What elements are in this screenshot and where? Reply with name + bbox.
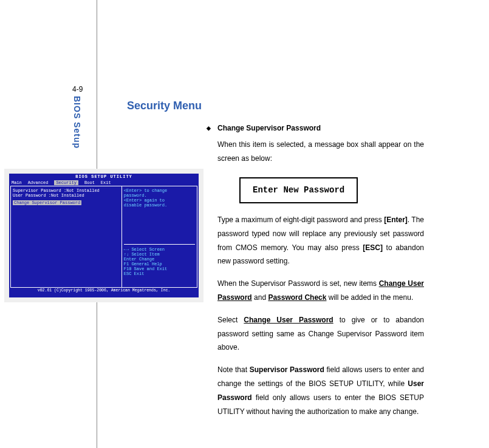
- bios-row-supervisor: Supervisor Password :Not Installed: [13, 188, 120, 193]
- sidebar-section-label: BIOS Setup: [72, 96, 82, 149]
- sub-heading-text: Change Supervisor Password: [217, 124, 321, 132]
- bios-help-line: <Enter> to change: [124, 188, 195, 193]
- bios-menu-security: Security: [54, 180, 78, 185]
- text-fragment: Select: [217, 316, 244, 324]
- bios-screenshot: BIOS SETUP UTILITY Main Advanced Securit…: [4, 169, 203, 302]
- bios-key-hint: ↑↓ Select Item: [124, 252, 195, 257]
- bios-row-user: User Password :Not Installed: [13, 193, 120, 198]
- bios-help-line: password.: [124, 193, 195, 198]
- bios-right-pane: <Enter> to change password. <Enter> agai…: [122, 186, 197, 287]
- key-esc: [ESC]: [363, 243, 383, 252]
- link-password-check: Password Check: [268, 293, 326, 302]
- bios-menu-main: Main: [12, 180, 22, 185]
- bios-divider: [124, 244, 195, 245]
- bios-key-hint: F10 Save and Exit: [124, 266, 195, 271]
- text-fragment: will be added in the menu.: [326, 293, 413, 302]
- bios-menu-advanced: Advanced: [28, 180, 49, 185]
- bios-title-bar: BIOS SETUP UTILITY: [9, 174, 199, 180]
- bios-body: Supervisor Password :Not Installed User …: [10, 186, 197, 288]
- bios-menu-bar: Main Advanced Security Boot Exit: [9, 180, 199, 186]
- page-heading: Security Menu: [127, 100, 202, 112]
- bios-left-pane: Supervisor Password :Not Installed User …: [11, 186, 122, 287]
- bios-selected-item: Change Supervisor Password: [13, 200, 81, 205]
- paragraph-select-cup: Select Change User Password to give or t…: [217, 313, 424, 355]
- page-number: 4-9: [72, 85, 83, 93]
- paragraph-new-items: When the Supervisor Password is set, new…: [217, 277, 424, 305]
- sub-heading: ◆ Change Supervisor Password: [217, 121, 424, 135]
- bios-key-hint: ESC Exit: [124, 271, 195, 276]
- bios-menu-boot: Boot: [84, 180, 95, 185]
- paragraph-note: Note that Supervisor Password field allo…: [217, 363, 424, 418]
- bios-screen: BIOS SETUP UTILITY Main Advanced Securit…: [9, 174, 199, 297]
- text-fragment: and: [252, 293, 268, 302]
- text-fragment: Note that: [217, 365, 250, 374]
- paragraph-enter-password: Type a maximum of eight-digit password a…: [217, 213, 424, 268]
- paragraph-intro: When this item is selected, a message bo…: [217, 138, 424, 166]
- content-area: ◆ Change Supervisor Password When this i…: [217, 121, 424, 427]
- link-change-user-password-2: Change User Password: [244, 316, 333, 324]
- bios-key-hint: F1 General Help: [124, 262, 195, 266]
- term-supervisor-password: Supervisor Password: [250, 365, 324, 374]
- text-fragment: Type a maximum of eight-digit password a…: [217, 216, 384, 224]
- bullet-diamond-icon: ◆: [207, 123, 211, 134]
- key-enter: [Enter]: [384, 216, 408, 224]
- bios-menu-exit: Exit: [101, 180, 111, 185]
- text-fragment: When the Supervisor Password is set, new…: [217, 279, 379, 288]
- bios-help-line: disable password.: [124, 203, 195, 208]
- bios-help-line: <Enter> again to: [124, 198, 195, 203]
- bios-key-hint: ←→ Select Screen: [124, 247, 195, 252]
- bios-footer: v02.61 (C)Copyright 1985-2006, American …: [9, 288, 199, 293]
- password-prompt-box: Enter New Password: [239, 177, 358, 203]
- bios-key-hint: Enter Change: [124, 257, 195, 262]
